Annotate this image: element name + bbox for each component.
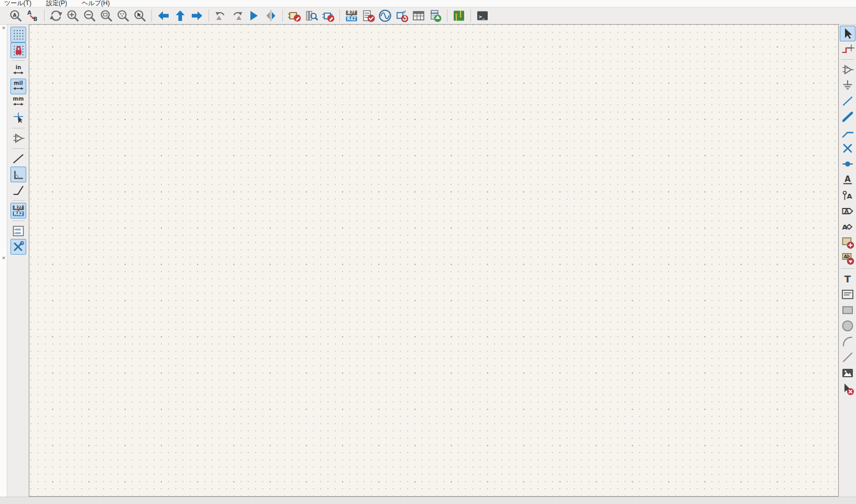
sheet-pin-icon: A: [841, 251, 854, 265]
edit-footprint-button[interactable]: [320, 8, 336, 24]
hierarchy-nav-button[interactable]: [10, 223, 26, 239]
nav-up-button[interactable]: [172, 8, 188, 24]
browse-symbols-button[interactable]: [303, 8, 319, 24]
cursor-button[interactable]: [840, 26, 855, 41]
wire-45-button[interactable]: [10, 182, 26, 198]
zoom-out-icon: [83, 9, 96, 23]
image-button[interactable]: [840, 365, 855, 381]
toolbar-separator: [151, 9, 152, 22]
units-mil-button[interactable]: mil: [10, 79, 26, 94]
arc-button[interactable]: [840, 334, 855, 349]
cursor-shape-button[interactable]: [10, 110, 26, 126]
top-toolbar: AABR??R42bom>_: [0, 7, 856, 25]
edit-symbol-button[interactable]: [287, 8, 302, 24]
menu-preferences[interactable]: 設定(P): [46, 0, 67, 7]
zoom-fit-button[interactable]: [98, 8, 114, 24]
add-symbol-button[interactable]: +: [840, 62, 855, 78]
grid-dots-button[interactable]: [10, 27, 26, 42]
zoom-objects-button[interactable]: [115, 8, 131, 24]
units-mm-button[interactable]: mm: [10, 94, 26, 110]
rotate-cw-button[interactable]: [229, 8, 245, 24]
edit-footprint-icon: [321, 9, 335, 23]
refresh-button[interactable]: [48, 8, 64, 24]
toolbar-separator: [12, 128, 25, 128]
svg-text:A: A: [844, 208, 849, 215]
zoom-in-button[interactable]: [65, 8, 81, 24]
svg-text:A: A: [13, 13, 17, 18]
hier-label-button[interactable]: A: [840, 219, 855, 235]
find-replace-icon: AB: [26, 9, 39, 23]
mirror-v-button[interactable]: [246, 8, 262, 24]
zoom-out-button[interactable]: [82, 8, 97, 24]
junction-button[interactable]: [840, 156, 855, 172]
schematic-canvas[interactable]: [29, 24, 839, 497]
arc-icon: [841, 335, 854, 348]
sheet-pin-button[interactable]: A: [840, 250, 855, 266]
add-bus-button[interactable]: [840, 109, 855, 125]
global-label-button[interactable]: A: [840, 203, 855, 219]
menu-bar: ツール(T) 設定(P) ヘルプ(H): [0, 0, 856, 7]
toolbar-separator: [12, 200, 25, 201]
circle-icon: [841, 319, 854, 333]
pcb-editor-icon: [452, 9, 466, 23]
wire-hv-button[interactable]: [10, 167, 26, 182]
nav-back-button[interactable]: [156, 8, 171, 24]
bus-entry-icon: [841, 126, 854, 139]
assign-footprints-button[interactable]: [394, 8, 410, 24]
highlight-net-button[interactable]: [840, 41, 855, 57]
add-power-icon: [841, 79, 854, 92]
svg-text:>_: >_: [478, 14, 485, 19]
toolbar-separator: [282, 9, 283, 22]
annotate-button[interactable]: R??R42: [344, 8, 359, 24]
hier-sheet-button[interactable]: [840, 235, 855, 250]
add-power-button[interactable]: [840, 78, 855, 93]
rectangle-icon: [841, 303, 854, 317]
simulator-button[interactable]: [377, 8, 393, 24]
pcb-editor-button[interactable]: [451, 8, 467, 24]
nav-forward-button[interactable]: [189, 8, 205, 24]
toolbar-separator: [12, 221, 25, 221]
mirror-h-button[interactable]: [263, 8, 279, 24]
bus-entry-button[interactable]: [840, 125, 855, 140]
panel-close-icon[interactable]: ×: [1, 255, 7, 261]
wire-free-button[interactable]: [10, 151, 26, 167]
cursor-icon: [841, 27, 854, 40]
line-button[interactable]: [840, 349, 855, 365]
rotate-ccw-button[interactable]: [213, 8, 228, 24]
image-icon: [841, 366, 854, 380]
rectangle-button[interactable]: [840, 302, 855, 318]
grid-lock-button[interactable]: [10, 42, 26, 58]
erc-icon: [361, 9, 375, 23]
text-icon: T: [841, 272, 854, 286]
menu-tools[interactable]: ツール(T): [4, 0, 31, 7]
no-connect-button[interactable]: [840, 140, 855, 156]
svg-text:in: in: [15, 64, 21, 70]
zoom-selection-button[interactable]: [132, 8, 148, 24]
hidden-pins-button[interactable]: +: [10, 130, 26, 146]
erc-button[interactable]: [360, 8, 376, 24]
schematic-drawing: [29, 25, 839, 497]
console-button[interactable]: >_: [475, 8, 490, 24]
right-tools-toolbar: +AAAAAT: [839, 25, 856, 497]
delete-button[interactable]: [840, 381, 855, 397]
tools-button[interactable]: [10, 239, 26, 255]
svg-text:R??: R??: [14, 205, 23, 210]
add-wire-button[interactable]: [840, 93, 855, 109]
menu-help[interactable]: ヘルプ(H): [82, 0, 110, 7]
units-in-button[interactable]: in: [10, 63, 26, 79]
annotate-auto-button[interactable]: R??R42: [10, 203, 26, 218]
panel-close-icon[interactable]: ×: [1, 25, 7, 31]
netclass-directive-button[interactable]: A: [840, 188, 855, 203]
text-button[interactable]: T: [840, 271, 855, 287]
find-button[interactable]: A: [8, 8, 24, 24]
circle-button[interactable]: [840, 318, 855, 334]
symbol-fields-button[interactable]: [411, 8, 426, 24]
toolbar-separator: [447, 9, 447, 22]
text-box-button[interactable]: [840, 287, 855, 302]
console-icon: >_: [476, 9, 489, 23]
bom-button[interactable]: bom: [427, 8, 443, 24]
net-label-button[interactable]: A: [840, 172, 855, 188]
find-replace-button[interactable]: AB: [25, 8, 40, 24]
edit-symbol-icon: [288, 9, 301, 23]
zoom-in-icon: [66, 9, 80, 23]
